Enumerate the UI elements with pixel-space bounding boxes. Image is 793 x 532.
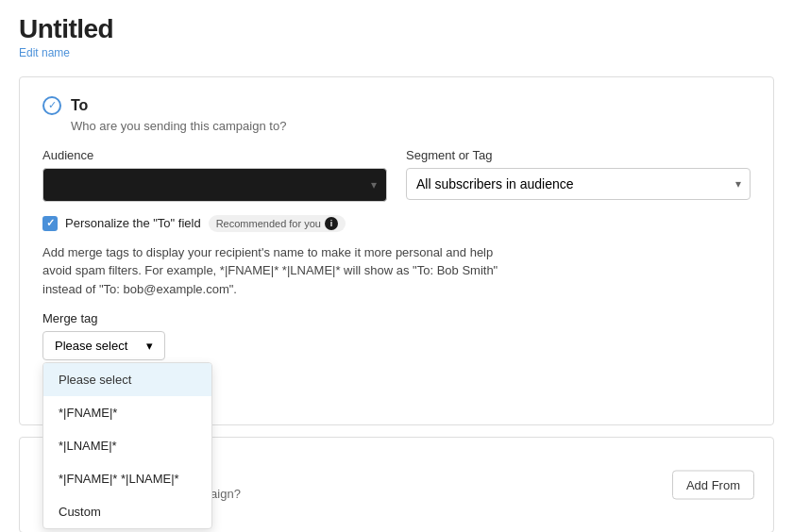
personalize-row: ✓ Personalize the "To" field Recommended… [42, 215, 751, 232]
main-content: ✓ To Who are you sending this campaign t… [0, 67, 793, 532]
personalize-label: Personalize the "To" field [65, 216, 201, 230]
personalize-checkbox[interactable]: ✓ [42, 216, 58, 231]
merge-tag-chevron-icon: ▾ [146, 339, 153, 353]
to-check-icon: ✓ [48, 99, 57, 111]
recommended-info-icon: i [325, 217, 338, 230]
segment-label: Segment or Tag [406, 148, 751, 162]
checkbox-check-icon: ✓ [46, 217, 55, 229]
audience-row: Audience ▾ Segment or Tag All subscriber… [42, 148, 751, 202]
to-section-icon: ✓ [42, 96, 61, 115]
add-from-button[interactable]: Add From [672, 471, 754, 500]
to-section-title: To [71, 97, 88, 114]
merge-tag-group: Merge tag Please select ▾ Please select … [42, 311, 751, 360]
recommended-badge: Recommended for you i [209, 215, 346, 232]
merge-tag-dropdown-menu: Please select *|FNAME|* *|LNAME|* *|FNAM… [42, 362, 212, 529]
audience-select-wrapper[interactable]: ▾ [42, 168, 387, 202]
page-title: Untitled [19, 15, 774, 44]
personalize-description: Add merge tags to display your recipient… [42, 243, 515, 299]
audience-label: Audience [42, 148, 387, 162]
to-section-header: ✓ To [42, 96, 751, 115]
segment-select-wrapper: All subscribers in audience ▾ [406, 168, 751, 200]
segment-select[interactable]: All subscribers in audience [406, 168, 751, 200]
dropdown-item-please-select[interactable]: Please select [43, 363, 211, 396]
dropdown-item-custom[interactable]: Custom [43, 495, 211, 528]
to-section: ✓ To Who are you sending this campaign t… [19, 76, 774, 426]
page-header: Untitled Edit name [0, 0, 793, 67]
segment-group: Segment or Tag All subscribers in audien… [406, 148, 751, 202]
merge-tag-selected-value: Please select [55, 339, 127, 353]
dropdown-item-fname-lname[interactable]: *|FNAME|* *|LNAME|* [43, 462, 211, 495]
merge-tag-dropdown-wrapper: Please select ▾ Please select *|FNAME|* … [42, 331, 165, 360]
to-section-subtitle: Who are you sending this campaign to? [71, 119, 751, 133]
edit-name-link[interactable]: Edit name [19, 46, 70, 59]
merge-tag-label: Merge tag [42, 311, 751, 325]
dropdown-item-lname[interactable]: *|LNAME|* [43, 429, 211, 462]
merge-tag-dropdown-trigger[interactable]: Please select ▾ [42, 331, 165, 360]
audience-group: Audience ▾ [42, 148, 387, 202]
recommended-label: Recommended for you [216, 218, 321, 229]
audience-chevron-icon: ▾ [371, 178, 377, 191]
dropdown-item-fname[interactable]: *|FNAME|* [43, 396, 211, 429]
